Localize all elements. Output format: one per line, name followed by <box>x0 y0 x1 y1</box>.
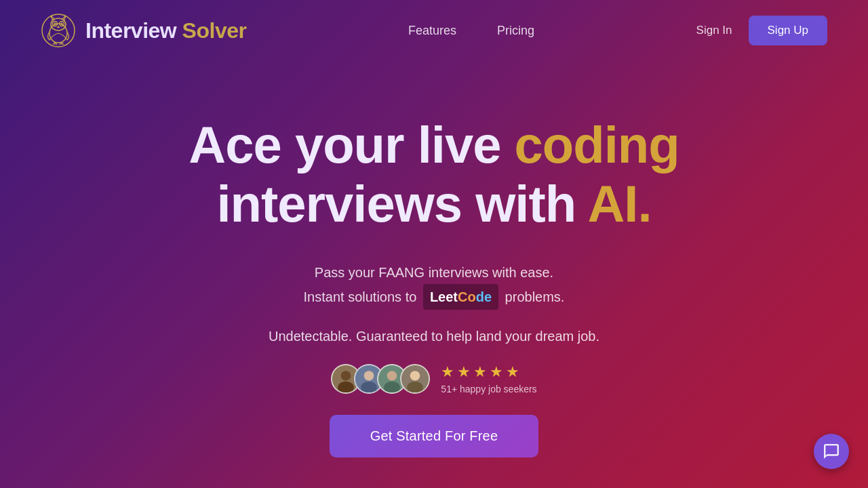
svg-marker-9 <box>57 26 60 28</box>
hero-subtitle-line1: Pass your FAANG interviews with ease. <box>304 261 565 284</box>
logo-icon <box>41 13 76 48</box>
subtitle-prefix: Instant solutions to <box>304 289 417 304</box>
svg-point-17 <box>341 371 351 381</box>
features-link[interactable]: Features <box>408 24 456 38</box>
cta-button[interactable]: Get Started For Free <box>330 415 539 458</box>
sign-in-button[interactable]: Sign In <box>696 24 732 37</box>
hero-section: Ace your live coding interviews with AI.… <box>0 61 868 458</box>
logo-area[interactable]: Interview Solver <box>41 13 246 48</box>
star-3: ★ <box>473 363 487 381</box>
hero-subtitle: Pass your FAANG interviews with ease. In… <box>304 261 565 310</box>
star-5: ★ <box>506 363 519 381</box>
chat-bubble[interactable] <box>814 434 849 469</box>
hero-title: Ace your live coding interviews with AI. <box>189 115 679 234</box>
avatars-group <box>331 364 430 394</box>
hero-title-line1-gold: coding <box>500 116 679 174</box>
sign-up-button[interactable]: Sign Up <box>749 16 827 45</box>
star-1: ★ <box>441 363 454 381</box>
stars-row: ★ ★ ★ ★ ★ <box>441 363 519 381</box>
nav-actions: Sign In Sign Up <box>696 16 827 45</box>
hero-guarantee: Undetectable. Guaranteed to help land yo… <box>269 329 599 344</box>
hero-title-line2-gold: AI. <box>576 175 651 232</box>
hero-title-line2-white: interviews with <box>216 175 576 232</box>
subtitle-suffix: problems. <box>505 289 565 304</box>
social-proof: ★ ★ ★ ★ ★ 51+ happy job seekers <box>331 363 536 394</box>
hero-subtitle-line2: Instant solutions to LeetCode problems. <box>304 284 565 310</box>
avatar-4 <box>400 364 430 394</box>
svg-point-23 <box>387 371 397 381</box>
nav-links: Features Pricing <box>408 24 534 38</box>
chat-icon <box>823 443 840 460</box>
svg-point-26 <box>410 371 420 381</box>
svg-point-8 <box>61 23 63 25</box>
svg-marker-4 <box>62 16 66 20</box>
brand-name: Interview Solver <box>85 18 246 43</box>
rating-area: ★ ★ ★ ★ ★ 51+ happy job seekers <box>441 363 536 394</box>
svg-marker-3 <box>51 16 54 20</box>
star-4: ★ <box>490 363 503 381</box>
happy-seekers-label: 51+ happy job seekers <box>441 384 536 394</box>
leetcode-badge: LeetCode <box>423 284 498 310</box>
navbar: Interview Solver Features Pricing Sign I… <box>0 0 868 61</box>
hero-title-line1-white: Ace your live <box>189 116 500 174</box>
pricing-link[interactable]: Pricing <box>497 24 534 38</box>
star-2: ★ <box>457 363 471 381</box>
svg-point-20 <box>364 371 374 381</box>
svg-point-7 <box>54 23 56 25</box>
